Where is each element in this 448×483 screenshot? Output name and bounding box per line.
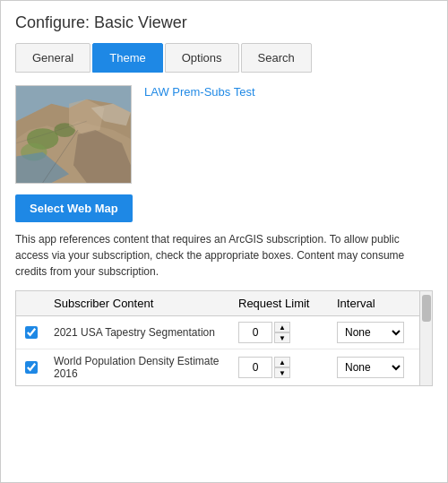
select-web-map-button[interactable]: Select Web Map xyxy=(15,194,133,222)
row2-dropdown-cell: None Daily Weekly Monthly xyxy=(337,357,412,378)
map-info: LAW Prem-Subs Test xyxy=(144,85,255,99)
tab-theme[interactable]: Theme xyxy=(92,43,162,73)
tabs-bar: General Theme Options Search xyxy=(15,43,433,73)
row2-check-cell xyxy=(16,356,47,379)
map-label: LAW Prem-Subs Test xyxy=(144,83,255,99)
tab-search[interactable]: Search xyxy=(241,43,312,73)
row2-interval: None Daily Weekly Monthly xyxy=(330,351,419,384)
th-request: Request Limit xyxy=(231,291,330,315)
subscriber-table: Subscriber Content Request Limit Interva… xyxy=(15,290,433,386)
table-row: World Population Density Estimate 2016 ▲… xyxy=(16,349,419,385)
row1-content: 2021 USA Tapestry Segmentation xyxy=(47,321,231,344)
row1-request-input[interactable] xyxy=(238,322,272,343)
table-header: Subscriber Content Request Limit Interva… xyxy=(16,291,419,316)
table-row: 2021 USA Tapestry Segmentation ▲ ▼ xyxy=(16,316,419,349)
row1-interval: None Daily Weekly Monthly xyxy=(330,316,419,349)
page-wrapper: Configure: Basic Viewer General Theme Op… xyxy=(1,1,447,401)
row2-spinner-down[interactable]: ▼ xyxy=(274,367,290,378)
th-interval: Interval xyxy=(330,291,419,315)
row1-spinner-up[interactable]: ▲ xyxy=(274,322,290,332)
map-thumbnail[interactable] xyxy=(15,85,132,184)
row2-interval-select[interactable]: None Daily Weekly Monthly xyxy=(337,357,404,378)
row1-spinner: ▲ ▼ xyxy=(238,322,323,343)
th-check xyxy=(16,291,47,315)
row1-interval-select[interactable]: None Daily Weekly Monthly xyxy=(337,322,404,343)
row1-check-cell xyxy=(16,321,47,344)
tab-general[interactable]: General xyxy=(15,43,90,73)
scrollbar[interactable] xyxy=(419,291,432,385)
map-section: LAW Prem-Subs Test xyxy=(15,85,433,184)
info-text: This app references content that require… xyxy=(15,231,433,280)
row1-checkbox[interactable] xyxy=(25,326,38,339)
th-subscriber: Subscriber Content xyxy=(47,291,231,315)
row1-spinner-down[interactable]: ▼ xyxy=(274,332,290,343)
page-title: Configure: Basic Viewer xyxy=(15,13,433,32)
row2-request: ▲ ▼ xyxy=(231,351,330,384)
tab-options[interactable]: Options xyxy=(165,43,239,73)
row2-checkbox[interactable] xyxy=(25,361,38,374)
row2-spinner-up[interactable]: ▲ xyxy=(274,357,290,367)
row1-request: ▲ ▼ xyxy=(231,316,330,349)
row1-spinner-btns: ▲ ▼ xyxy=(274,322,290,343)
row2-request-input[interactable] xyxy=(238,357,272,378)
row2-content: World Population Density Estimate 2016 xyxy=(47,349,231,385)
row2-spinner-btns: ▲ ▼ xyxy=(274,357,290,378)
scrollbar-thumb[interactable] xyxy=(422,295,431,322)
row1-dropdown-cell: None Daily Weekly Monthly xyxy=(337,322,412,343)
row2-spinner: ▲ ▼ xyxy=(238,357,323,378)
